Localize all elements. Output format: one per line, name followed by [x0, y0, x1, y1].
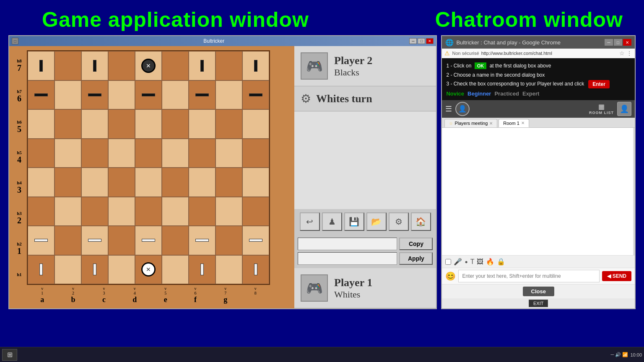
microphone-icon[interactable]: 🎤	[454, 258, 462, 266]
board-cell-6-2[interactable]	[81, 226, 108, 255]
chat-close-btn[interactable]: ✕	[623, 39, 631, 46]
tab-room1[interactable]: Room 1 ✕	[499, 119, 529, 127]
board-cell-0-7[interactable]	[216, 51, 242, 80]
board-cell-2-2[interactable]	[81, 109, 108, 139]
more-icon[interactable]: ⋮	[626, 50, 632, 57]
load-button[interactable]: 📂	[366, 212, 387, 231]
board-cell-3-3[interactable]	[108, 139, 135, 168]
board-cell-3-4[interactable]	[135, 139, 162, 168]
board-cell-7-5[interactable]	[162, 255, 189, 284]
board-cell-1-8[interactable]	[242, 80, 269, 110]
board-cell-0-8[interactable]	[242, 51, 269, 80]
board-cell-7-6[interactable]	[189, 255, 216, 284]
beginner-level-btn[interactable]: Beginner	[467, 90, 491, 97]
board-cell-6-3[interactable]	[108, 226, 135, 255]
board-cell-7-2[interactable]	[81, 255, 108, 284]
board-cell-4-5[interactable]	[162, 168, 189, 197]
enter-button[interactable]: Enter	[588, 80, 610, 88]
board-cell-3-2[interactable]	[81, 139, 108, 168]
expert-level-btn[interactable]: Expert	[522, 90, 539, 97]
chat-maximize-btn[interactable]: □	[614, 39, 622, 46]
board-cell-3-5[interactable]	[162, 139, 189, 168]
text-format-icon[interactable]: T	[470, 258, 475, 266]
save-button[interactable]: 💾	[344, 212, 364, 231]
undo-button[interactable]: ↩	[300, 212, 320, 231]
practiced-level-btn[interactable]: Practiced	[494, 90, 519, 97]
board-cell-4-7[interactable]	[216, 168, 242, 197]
start-button[interactable]: ⊞	[2, 349, 17, 361]
copy-input[interactable]	[298, 238, 397, 250]
board-cell-2-8[interactable]	[242, 109, 269, 139]
board-cell-6-4[interactable]	[135, 226, 162, 255]
board-cell-6-6[interactable]	[189, 226, 216, 255]
board-cell-1-4[interactable]	[135, 80, 162, 110]
board-cell-5-0[interactable]	[28, 197, 55, 226]
board-cell-5-6[interactable]	[189, 197, 216, 226]
settings-button[interactable]: ⚙	[389, 212, 409, 231]
board-cell-1-5[interactable]	[162, 80, 189, 110]
board-cell-7-1[interactable]	[55, 255, 81, 284]
board-cell-4-0[interactable]	[28, 168, 55, 197]
board-cell-4-3[interactable]	[108, 168, 135, 197]
board-cell-5-5[interactable]	[162, 197, 189, 226]
board-cell-2-5[interactable]	[162, 109, 189, 139]
home-button[interactable]: 🏠	[411, 212, 431, 231]
board-cell-3-8[interactable]	[242, 139, 269, 168]
image-icon[interactable]: 🖼	[477, 258, 483, 266]
send-button[interactable]: ◀ SEND	[602, 271, 631, 281]
board-cell-0-3[interactable]	[108, 51, 135, 80]
board-cell-3-7[interactable]	[216, 139, 242, 168]
tab-players-meeting[interactable]: ☆ Players meeting ✕	[444, 119, 497, 127]
chat-url[interactable]: http://www.bultricker.com/chat.html	[481, 51, 617, 56]
chat-minimize-btn[interactable]: ─	[605, 39, 613, 46]
board-cell-0-2[interactable]	[81, 51, 108, 80]
board-cell-1-6[interactable]	[189, 80, 216, 110]
board-cell-0-0[interactable]	[28, 51, 55, 80]
board-cell-4-1[interactable]	[55, 168, 81, 197]
board-cell-5-7[interactable]	[216, 197, 242, 226]
board-cell-7-8[interactable]	[242, 255, 269, 284]
board-cell-4-6[interactable]	[189, 168, 216, 197]
bookmark-icon[interactable]: ☆	[619, 50, 625, 57]
menu-icon[interactable]: ☰	[445, 104, 452, 114]
board-cell-6-5[interactable]	[162, 226, 189, 255]
close-button[interactable]: ✕	[426, 38, 434, 44]
board-cell-6-0[interactable]	[28, 226, 55, 255]
fire-icon[interactable]: 🔥	[486, 258, 494, 266]
chat-exit-button[interactable]: EXIT	[529, 300, 548, 307]
tab-players-meeting-close[interactable]: ✕	[489, 121, 493, 126]
chat-text-input[interactable]	[458, 270, 600, 282]
board-cell-4-2[interactable]	[81, 168, 108, 197]
tab-room1-close[interactable]: ✕	[521, 121, 525, 125]
maximize-button[interactable]: □	[418, 38, 425, 44]
board-cell-1-7[interactable]	[216, 80, 242, 110]
board-cell-2-0[interactable]	[28, 109, 55, 139]
move-button[interactable]: ♟	[322, 212, 342, 231]
emoji-button[interactable]: 😊	[445, 271, 456, 281]
board-cell-3-0[interactable]	[28, 139, 55, 168]
board-cell-6-1[interactable]	[55, 226, 81, 255]
board-cell-5-2[interactable]	[81, 197, 108, 226]
board-cell-6-8[interactable]	[242, 226, 269, 255]
board-cell-5-8[interactable]	[242, 197, 269, 226]
chat-close-button[interactable]: Close	[523, 287, 554, 296]
board-cell-0-1[interactable]	[55, 51, 81, 80]
board-cell-7-7[interactable]	[216, 255, 242, 284]
board-cell-7-0[interactable]	[28, 255, 55, 284]
board-cell-2-3[interactable]	[108, 109, 135, 139]
board-cell-3-6[interactable]	[189, 139, 216, 168]
board-cell-6-7[interactable]	[216, 226, 242, 255]
room-list-button[interactable]: ▦ ROOM LIST	[589, 103, 614, 115]
board-cell-4-8[interactable]	[242, 168, 269, 197]
board-cell-7-4[interactable]: ✕	[135, 255, 162, 284]
novice-level-btn[interactable]: Novice	[446, 90, 464, 97]
apply-button[interactable]: Apply	[399, 252, 433, 265]
board-cell-7-3[interactable]	[108, 255, 135, 284]
user-settings-icon[interactable]: 👤	[617, 102, 631, 116]
board-cell-4-4[interactable]	[135, 168, 162, 197]
board-cell-2-6[interactable]	[189, 109, 216, 139]
board-cell-1-2[interactable]	[81, 80, 108, 110]
copy-button[interactable]: Copy	[399, 238, 433, 250]
board-cell-5-3[interactable]	[108, 197, 135, 226]
board-cell-0-4[interactable]: ✕	[135, 51, 162, 80]
